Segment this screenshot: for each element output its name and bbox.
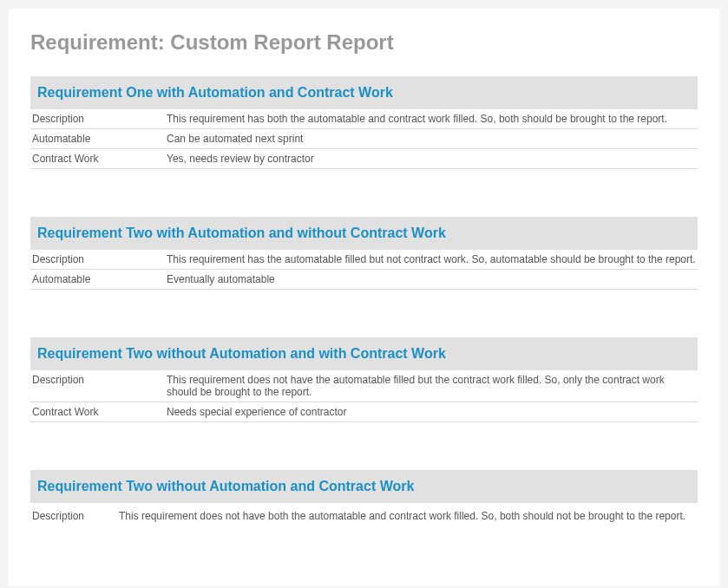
field-label: Description xyxy=(32,510,119,522)
section-title: Requirement Two without Automation and C… xyxy=(37,479,691,494)
field-label: Description xyxy=(32,374,167,386)
field-row-automatable: Automatable Can be automated next sprint xyxy=(30,129,698,149)
field-value: This requirement does not have both the … xyxy=(119,510,696,522)
section-title: Requirement One with Automation and Cont… xyxy=(37,85,691,101)
field-value: This requirement has the automatable fil… xyxy=(167,253,696,265)
field-row-description: Description This requirement has both th… xyxy=(30,109,698,129)
field-value: Needs special experience of contractor xyxy=(167,406,696,418)
section-header: Requirement Two with Automation and with… xyxy=(30,217,698,250)
field-label: Description xyxy=(32,113,167,125)
requirement-section: Requirement Two without Automation and w… xyxy=(30,337,698,422)
field-label: Description xyxy=(32,253,167,265)
field-value: Can be automated next sprint xyxy=(167,133,696,145)
section-title: Requirement Two without Automation and w… xyxy=(37,346,691,362)
field-value: Eventually automatable xyxy=(167,273,696,285)
field-row-description: Description This requirement does not ha… xyxy=(30,503,698,526)
field-row-description: Description This requirement has the aut… xyxy=(30,250,698,270)
field-row-contract-work: Contract Work Yes, needs review by contr… xyxy=(30,149,698,169)
field-value: This requirement does not have the autom… xyxy=(167,374,696,398)
page-title: Requirement: Custom Report Report xyxy=(30,30,698,55)
requirement-section: Requirement One with Automation and Cont… xyxy=(30,76,698,169)
field-label: Automatable xyxy=(32,133,167,145)
field-value: This requirement has both the automatabl… xyxy=(167,113,696,125)
section-header: Requirement One with Automation and Cont… xyxy=(30,76,698,109)
requirement-section: Requirement Two without Automation and C… xyxy=(30,470,698,526)
section-header: Requirement Two without Automation and C… xyxy=(30,470,698,503)
section-title: Requirement Two with Automation and with… xyxy=(37,225,691,241)
report-page: Requirement: Custom Report Report Requir… xyxy=(9,9,719,586)
field-label: Automatable xyxy=(32,273,167,285)
field-value: Yes, needs review by contractor xyxy=(167,153,696,165)
field-row-contract-work: Contract Work Needs special experience o… xyxy=(30,402,698,422)
requirement-section: Requirement Two with Automation and with… xyxy=(30,217,698,290)
field-label: Contract Work xyxy=(32,153,167,165)
field-row-description: Description This requirement does not ha… xyxy=(30,370,698,402)
field-label: Contract Work xyxy=(32,406,167,418)
field-row-automatable: Automatable Eventually automatable xyxy=(30,270,698,290)
section-header: Requirement Two without Automation and w… xyxy=(30,337,698,370)
